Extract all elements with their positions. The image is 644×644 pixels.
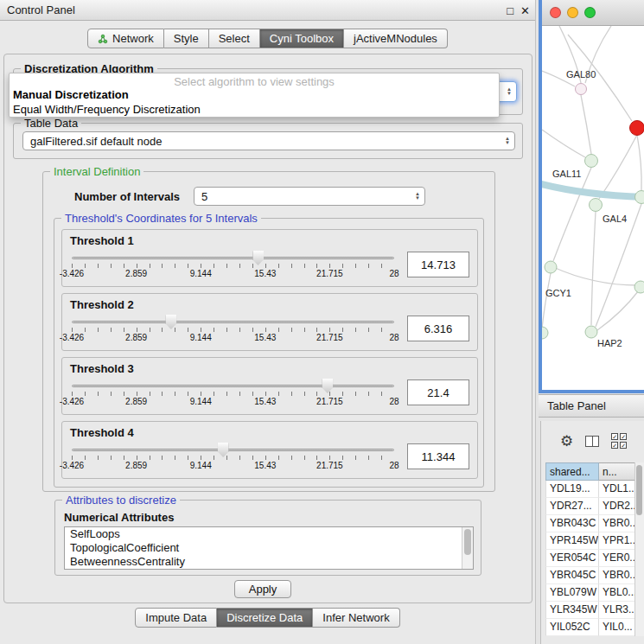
- algorithm-dropdown-popup: Select algorithm to view settings Manual…: [9, 73, 500, 118]
- algorithm-prompt-option: Select algorithm to view settings: [10, 73, 499, 87]
- slider-tick-labels: -3.426 2.859 9.144 15.43 21.715 28: [72, 397, 394, 407]
- checkbox-icon: ✓: [620, 433, 627, 440]
- table-row[interactable]: YBL079W YBL0...: [545, 584, 635, 602]
- control-panel-title: Control Panel: [7, 3, 75, 16]
- network-window-titlebar: [542, 0, 644, 26]
- number-of-intervals-value: 5: [201, 190, 207, 203]
- algorithm-option-manual[interactable]: Manual Discretization: [10, 87, 499, 102]
- table-row[interactable]: YER054C YER0...: [545, 550, 635, 567]
- table-panel-toolbar: ⚙ ✓ ✓ ✓ ✓: [541, 424, 644, 457]
- table-row[interactable]: YBR045C YBR0...: [545, 567, 635, 584]
- tab-select[interactable]: Select: [209, 29, 260, 48]
- column-header-name[interactable]: n...: [599, 462, 635, 481]
- table-header-row: shared... n...: [545, 462, 635, 481]
- tab-discretize-data[interactable]: Discretize Data: [217, 608, 313, 628]
- numerical-attributes-list[interactable]: SelfLoops TopologicalCoefficient Between…: [64, 526, 474, 570]
- combo-arrows-icon: ▲▼: [411, 192, 424, 201]
- table-row[interactable]: YIL052C YIL0...: [545, 619, 635, 636]
- float-window-icon[interactable]: □: [507, 5, 513, 16]
- list-item[interactable]: BetweennessCentrality: [65, 555, 473, 569]
- slider-tick-labels: -3.426 2.859 9.144 15.43 21.715 28: [72, 333, 394, 343]
- control-panel-window: Control Panel □ ✕ Network Style: [0, 0, 536, 644]
- attributes-legend: Attributes to discretize: [62, 494, 180, 507]
- list-item[interactable]: TopologicalCoefficient: [65, 541, 473, 555]
- slider-track[interactable]: [72, 385, 394, 387]
- tab-network-label: Network: [112, 32, 154, 45]
- tab-jactivemnodules[interactable]: jActiveMNodules: [344, 29, 448, 48]
- network-canvas[interactable]: [542, 26, 644, 390]
- table-scrollbar[interactable]: [634, 462, 644, 636]
- network-nodes: [542, 84, 644, 340]
- tab-network[interactable]: Network: [87, 29, 164, 48]
- table-panel-window: ⚙ ✓ ✓ ✓ ✓ shared... n... YDL19... YDL1..…: [540, 421, 644, 644]
- threshold-1-slider[interactable]: -3.426 2.859 9.144 15.43 21.715 28: [70, 249, 396, 280]
- cyni-toolbox-panel: Discretization Algorithm ▲▼ Table Data g…: [3, 54, 532, 603]
- node-right-mid: [634, 281, 644, 293]
- close-icon[interactable]: ✕: [520, 5, 530, 16]
- node-label-gal11: GAL11: [552, 169, 581, 179]
- column-header-shared-name[interactable]: shared...: [545, 462, 599, 481]
- node-gal4: [590, 199, 603, 212]
- interval-definition-group: Interval Definition Number of Intervals …: [42, 171, 495, 492]
- node-hap2: [585, 326, 597, 338]
- node-label-gal80: GAL80: [566, 69, 596, 80]
- node-label-gal4: GAL4: [603, 214, 627, 224]
- table-data-combobox[interactable]: galFiltered.sif default node ▲▼: [22, 131, 515, 150]
- network-icon: [98, 34, 108, 44]
- zoom-traffic-light[interactable]: [584, 7, 596, 18]
- threshold-4-row: Threshold 4 -3.426 2.859 9.144 1: [61, 421, 478, 479]
- columns-icon[interactable]: [585, 436, 599, 447]
- select-columns-icon[interactable]: ✓ ✓ ✓ ✓: [611, 433, 627, 449]
- threshold-1-label: Threshold 1: [70, 234, 469, 247]
- table-row[interactable]: YPR145W YPR1...: [545, 532, 635, 550]
- table-panel-titlebar: Table Panel: [539, 394, 644, 418]
- threshold-2-value-field[interactable]: 6.316: [407, 316, 469, 341]
- minimize-traffic-light[interactable]: [567, 7, 578, 18]
- table-row[interactable]: YDL19... YDL1...: [545, 481, 635, 498]
- list-scrollbar-thumb[interactable]: [464, 529, 471, 555]
- table-scrollbar-thumb[interactable]: [636, 465, 642, 515]
- checkbox-icon: ✓: [611, 442, 618, 449]
- interval-definition-legend: Interval Definition: [50, 165, 143, 178]
- list-scrollbar[interactable]: [462, 527, 473, 569]
- threshold-4-value-field[interactable]: 11.344: [407, 443, 469, 469]
- threshold-1-value-field[interactable]: 14.713: [407, 252, 469, 277]
- table-row[interactable]: YLR345W YLR3...: [545, 602, 635, 619]
- tab-style[interactable]: Style: [164, 29, 209, 48]
- threshold-2-slider[interactable]: -3.426 2.859 9.144 15.43 21.715 28: [70, 313, 396, 344]
- bottom-tabbar: Impute Data Discretize Data Infer Networ…: [0, 608, 535, 628]
- number-of-intervals-combobox[interactable]: 5 ▲▼: [194, 187, 425, 206]
- close-traffic-light[interactable]: [550, 7, 561, 18]
- tab-cyni-toolbox[interactable]: Cyni Toolbox: [260, 29, 344, 48]
- slider-track[interactable]: [72, 257, 394, 259]
- tab-impute-data[interactable]: Impute Data: [135, 608, 217, 628]
- gear-icon[interactable]: ⚙: [560, 434, 573, 449]
- threshold-4-slider[interactable]: -3.426 2.859 9.144 15.43 21.715 28: [70, 441, 396, 472]
- slider-track[interactable]: [72, 449, 394, 451]
- threshold-2-row: Threshold 2 -3.426 2.859 9.144 1: [61, 293, 478, 351]
- control-panel-titlebar: Control Panel □ ✕: [0, 0, 535, 21]
- slider-tick-labels: -3.426 2.859 9.144 15.43 21.715 28: [72, 269, 394, 279]
- threshold-3-slider[interactable]: -3.426 2.859 9.144 15.43 21.715 28: [70, 377, 396, 408]
- table-data-group: Table Data galFiltered.sif default node …: [13, 123, 523, 159]
- algorithm-option-equal-width[interactable]: Equal Width/Frequency Discretization: [10, 102, 499, 117]
- list-item[interactable]: SelfLoops: [65, 527, 473, 541]
- network-view-window: GAL80 GAL11 GAL4 GCY1 HAP2: [539, 0, 644, 393]
- threshold-4-label: Threshold 4: [70, 426, 469, 439]
- tab-infer-network[interactable]: Infer Network: [313, 608, 399, 628]
- threshold-3-value-field[interactable]: 21.4: [407, 379, 469, 405]
- node-gcy1: [545, 261, 557, 273]
- table-panel-title: Table Panel: [547, 399, 606, 412]
- node-gal80: [576, 84, 587, 95]
- attributes-group: Attributes to discretize Numerical Attri…: [54, 500, 481, 576]
- red-node: [630, 121, 644, 136]
- table-row[interactable]: YDR27... YDR2...: [545, 498, 635, 515]
- table-data-value: galFiltered.sif default node: [30, 135, 162, 148]
- node-label-gcy1: GCY1: [545, 288, 571, 298]
- table-row[interactable]: YBR043C YBR0...: [545, 515, 635, 532]
- combo-arrows-icon: ▲▼: [502, 87, 516, 96]
- threshold-3-row: Threshold 3 -3.426 2.859 9.144 1: [61, 357, 478, 415]
- slider-track[interactable]: [72, 321, 394, 323]
- node-right-cut: [635, 191, 644, 204]
- apply-button[interactable]: Apply: [234, 580, 291, 598]
